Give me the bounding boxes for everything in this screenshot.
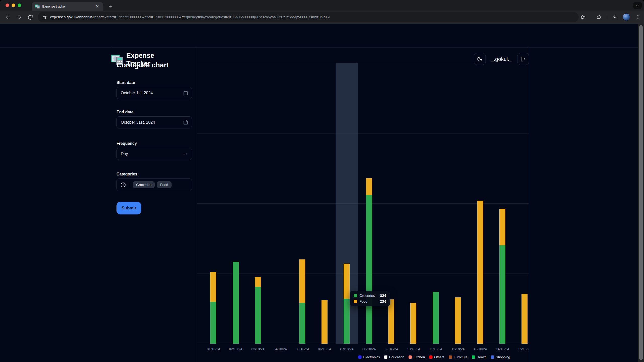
bar-segment-food-13/10/24[interactable] xyxy=(477,201,483,344)
x-axis-label-12/10/24: 12/10/24 xyxy=(447,347,469,351)
url-host: expenses.gokulkannanr.in xyxy=(50,15,92,19)
start-date-input[interactable]: October 1st, 2024 xyxy=(116,87,192,99)
bar-segment-food-08/10/24[interactable] xyxy=(366,178,372,195)
submit-button[interactable]: Submit xyxy=(116,202,141,214)
bar-segment-groceries-14/10/24[interactable] xyxy=(499,245,505,344)
tooltip-swatch xyxy=(354,300,357,303)
gridline-1500 xyxy=(197,133,529,133)
page-scrollbar-thumb[interactable] xyxy=(639,25,643,360)
add-category-icon[interactable] xyxy=(120,182,126,188)
legend-item-health: Health xyxy=(472,355,487,359)
forward-button[interactable] xyxy=(16,14,22,20)
tooltip-value: 250 xyxy=(380,299,386,303)
extensions-puzzle-icon xyxy=(596,15,601,20)
legend-label: Shopping xyxy=(496,355,510,359)
bar-segment-food-03/10/24[interactable] xyxy=(255,277,261,287)
x-axis-label-14/10/24: 14/10/24 xyxy=(491,347,514,351)
frequency-select[interactable]: Day xyxy=(116,148,192,160)
favicon-calculator-icon xyxy=(35,4,40,9)
close-window-button[interactable] xyxy=(6,4,9,7)
browser-tab[interactable]: Expense tracker ✕ xyxy=(32,2,103,11)
x-axis-label-05/10/24: 05/10/24 xyxy=(291,347,313,351)
bookmark-star-icon xyxy=(580,15,585,20)
x-axis-label-13/10/24: 13/10/24 xyxy=(469,347,491,351)
x-axis-label-11/10/24: 11/10/24 xyxy=(425,347,447,351)
back-icon xyxy=(5,14,11,20)
start-date-value: October 1st, 2024 xyxy=(121,91,183,95)
toolbar-divider xyxy=(607,15,607,19)
legend-label: Furniture xyxy=(454,355,467,359)
tooltip-label: Food xyxy=(359,299,378,303)
end-date-input[interactable]: October 31st, 2024 xyxy=(116,116,192,128)
bar-segment-groceries-01/10/24[interactable] xyxy=(210,302,216,344)
traffic-lights xyxy=(6,4,21,7)
tab-search-button[interactable] xyxy=(633,2,642,9)
bar-segment-groceries-02/10/24[interactable] xyxy=(233,262,239,344)
x-axis-label-10/10/24: 10/10/24 xyxy=(402,347,425,351)
tab-search-chevron-icon xyxy=(636,4,639,7)
chart-tooltip: Groceries320Food250 xyxy=(350,291,390,306)
bar-segment-food-09/10/24[interactable] xyxy=(388,299,394,344)
calendar-icon xyxy=(183,90,188,96)
bar-segment-food-01/10/24[interactable] xyxy=(210,272,216,301)
legend-item-education: Education xyxy=(384,355,404,359)
bar-segment-food-10/10/24[interactable] xyxy=(410,303,416,344)
bar-segment-food-12/10/24[interactable] xyxy=(455,297,461,344)
legend-item-shopping: Shopping xyxy=(491,355,510,359)
bookmark-button[interactable] xyxy=(579,14,586,21)
profile-avatar[interactable] xyxy=(623,13,630,21)
new-tab-button[interactable] xyxy=(107,3,114,10)
legend-swatch xyxy=(491,355,494,359)
tooltip-swatch xyxy=(354,294,357,297)
bar-segment-food-06/10/24[interactable] xyxy=(321,300,328,344)
bar-segment-groceries-05/10/24[interactable] xyxy=(299,303,305,344)
bar-segment-groceries-03/10/24[interactable] xyxy=(255,287,261,344)
bar-segment-food-15/10/24[interactable] xyxy=(521,294,528,344)
forward-icon xyxy=(16,14,22,20)
tab-strip: Expense tracker ✕ xyxy=(0,0,644,11)
tab-close-icon[interactable]: ✕ xyxy=(95,4,100,9)
legend-label: Kitchen xyxy=(414,355,425,359)
downloads-button[interactable] xyxy=(611,14,618,21)
x-axis-label-09/10/24: 09/10/24 xyxy=(380,347,403,351)
legend-swatch xyxy=(472,355,475,359)
legend-swatch xyxy=(449,355,452,359)
bar-segment-groceries-08/10/24[interactable] xyxy=(366,195,372,344)
bar-segment-groceries-11/10/24[interactable] xyxy=(433,292,439,344)
bar-segment-food-05/10/24[interactable] xyxy=(299,259,305,303)
configure-sidebar: Configure chart Start date October 1st, … xyxy=(111,48,197,362)
x-axis-label-02/10/24: 02/10/24 xyxy=(224,347,247,351)
x-axis-line xyxy=(197,344,529,344)
legend-label: Electronics xyxy=(363,355,380,359)
browser-menu-button[interactable] xyxy=(635,14,641,20)
tab-title: Expense tracker xyxy=(42,5,95,8)
frequency-value: Day xyxy=(121,152,184,156)
legend-item-kitchen: Kitchen xyxy=(409,355,425,359)
back-button[interactable] xyxy=(5,14,11,20)
start-date-label: Start date xyxy=(116,80,135,85)
app-header: Expense Tracker _.gokul._ xyxy=(0,24,644,48)
categories-input[interactable]: Groceries Food xyxy=(116,178,192,191)
x-axis-label-08/10/24: 08/10/24 xyxy=(358,347,380,351)
page-scrollbar xyxy=(638,24,644,362)
bar-segment-food-07/10/24[interactable] xyxy=(344,264,350,299)
bar-segment-groceries-07/10/24[interactable] xyxy=(344,299,350,344)
category-chip-food[interactable]: Food xyxy=(157,181,172,188)
reload-button[interactable] xyxy=(27,14,33,20)
legend-swatch xyxy=(358,355,361,359)
bar-segment-food-14/10/24[interactable] xyxy=(499,209,505,245)
tune-icon xyxy=(42,15,47,20)
minimize-window-button[interactable] xyxy=(12,4,15,7)
legend-item-electronics: Electronics xyxy=(358,355,380,359)
expense-chart: 01/10/2402/10/2403/10/2404/10/2405/10/24… xyxy=(197,48,529,362)
maximize-window-button[interactable] xyxy=(18,4,21,7)
browser-window: Expense tracker ✕ expenses.gokulkannanr.… xyxy=(0,0,644,362)
legend-label: Education xyxy=(389,355,404,359)
categories-divider xyxy=(129,182,129,188)
end-date-value: October 31st, 2024 xyxy=(121,120,183,125)
legend-swatch xyxy=(429,355,432,359)
category-chip-groceries[interactable]: Groceries xyxy=(133,181,155,188)
url-bar[interactable]: expenses.gokulkannanr.in/reports?start=1… xyxy=(38,12,579,22)
x-axis-label-01/10/24: 01/10/24 xyxy=(202,347,225,351)
extensions-button[interactable] xyxy=(595,14,602,21)
